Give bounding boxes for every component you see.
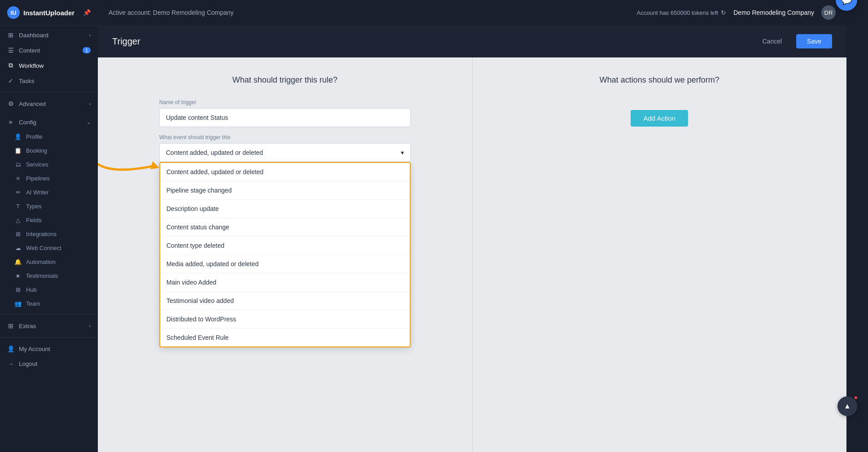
- automation-icon: 🔔: [14, 259, 22, 265]
- sidebar-item-services[interactable]: 🗂 Services: [0, 158, 98, 171]
- trigger-type-field: What event should trigger this Content a…: [159, 134, 411, 162]
- sidebar-item-dashboard[interactable]: ⊞ Dashboard ›: [0, 27, 98, 43]
- sub-item-label: Automation: [26, 259, 56, 265]
- arrow-annotation: [98, 143, 164, 190]
- sidebar-item-extras[interactable]: ⊞ Extras ›: [0, 318, 98, 334]
- sub-item-label: Types: [26, 203, 42, 210]
- services-icon: 🗂: [14, 161, 22, 168]
- workflow-icon: ⧉: [7, 62, 14, 69]
- sub-item-label: Profile: [26, 133, 43, 140]
- ai-writer-icon: ✏: [14, 189, 22, 196]
- topbar-title: Active account: Demo Remodeling Company: [109, 9, 234, 16]
- save-button[interactable]: Save: [796, 34, 832, 48]
- dropdown-item-content-status[interactable]: Content status change: [160, 218, 410, 237]
- logout-icon: →: [7, 360, 14, 367]
- sidebar-item-testimonials[interactable]: ★ Testimonials: [0, 269, 98, 283]
- dashboard-icon: ⊞: [7, 31, 14, 39]
- pipelines-icon: ≡: [14, 175, 22, 182]
- right-panel: What actions should we perform? Add Acti…: [472, 57, 847, 452]
- sub-item-label: Team: [26, 300, 40, 307]
- sub-item-label: Pipelines: [26, 175, 50, 182]
- sub-item-label: Booking: [26, 147, 47, 154]
- types-icon: T: [14, 203, 22, 210]
- sidebar-item-my-account[interactable]: 👤 My Account: [0, 341, 98, 356]
- sidebar-item-content[interactable]: ☰ Content 1: [0, 43, 98, 58]
- divider-3: [0, 337, 98, 338]
- scroll-top-icon: ▲: [844, 402, 851, 410]
- topbar-right: Account has 650000 tokens left ↻ Demo Re…: [637, 5, 836, 20]
- trigger-type-select[interactable]: Content added, updated or deleted ▾ Cont…: [159, 143, 411, 162]
- dropdown-item-main-video[interactable]: Main video Added: [160, 273, 410, 292]
- sidebar-item-booking[interactable]: 📋 Booking: [0, 144, 98, 158]
- content-icon: ☰: [7, 47, 14, 54]
- selected-option-text: Content added, updated or deleted: [166, 149, 263, 156]
- sidebar-item-advanced[interactable]: ⚙ Advanced ›: [0, 96, 98, 111]
- pin-icon[interactable]: 📌: [83, 9, 91, 16]
- extras-section: ⊞ Extras ›: [0, 316, 98, 335]
- sub-item-label: AI Writer: [26, 189, 48, 196]
- name-input[interactable]: [159, 108, 411, 127]
- web-connect-icon: ☁: [14, 245, 22, 251]
- sidebar-item-hub[interactable]: ⊞ Hub: [0, 283, 98, 297]
- refresh-icon[interactable]: ↻: [721, 9, 726, 16]
- chevron-icon: ›: [89, 323, 91, 329]
- add-action-button[interactable]: Add Action: [631, 110, 688, 127]
- content-area: Trigger Cancel Save What should trigger …: [98, 25, 846, 452]
- scroll-top-button[interactable]: ▲: [837, 396, 857, 416]
- divider: [0, 92, 98, 92]
- token-info: Account has 650000 tokens left ↻: [637, 9, 726, 16]
- divider-2: [0, 314, 98, 315]
- dropdown-item-pipeline-stage[interactable]: Pipeline stage changed: [160, 181, 410, 200]
- sidebar-item-logout[interactable]: → Logout: [0, 356, 98, 371]
- sidebar-logo[interactable]: IU InstantUploader: [7, 6, 75, 19]
- svg-marker-0: [150, 161, 159, 169]
- sidebar-item-profile[interactable]: 👤 Profile: [0, 130, 98, 144]
- dropdown-item-scheduled-event[interactable]: Scheduled Event Rule: [160, 329, 410, 347]
- sidebar-item-integrations[interactable]: ⊞ Integrations: [0, 227, 98, 241]
- sidebar-item-label: Extras: [19, 323, 84, 329]
- name-label: Name of trigger: [159, 99, 411, 105]
- sub-item-label: Hub: [26, 286, 37, 293]
- sidebar-item-web-connect[interactable]: ☁ Web Connect: [0, 241, 98, 255]
- sidebar-item-fields[interactable]: △ Fields: [0, 213, 98, 227]
- sidebar-item-label: My Account: [19, 346, 91, 352]
- chat-icon: 💬: [841, 0, 852, 5]
- sidebar-item-config[interactable]: ≡ Config ⌄: [0, 115, 98, 130]
- fields-icon: △: [14, 217, 22, 224]
- sidebar-item-automation[interactable]: 🔔 Automation: [0, 255, 98, 269]
- logo-icon: IU: [7, 6, 20, 19]
- select-display[interactable]: Content added, updated or deleted ▾: [159, 143, 411, 162]
- dropdown-item-testimonial-video[interactable]: Testimonial video added: [160, 292, 410, 310]
- sidebar-item-types[interactable]: T Types: [0, 199, 98, 213]
- dropdown-item-description-update[interactable]: Description update: [160, 200, 410, 218]
- dropdown-item-media-added[interactable]: Media added, updated or deleted: [160, 255, 410, 273]
- testimonials-icon: ★: [14, 272, 22, 279]
- sidebar-item-workflow[interactable]: ⧉ Workflow: [0, 58, 98, 73]
- dropdown-item-distributed-wp[interactable]: Distributed to WordPress: [160, 310, 410, 329]
- tasks-icon: ✓: [7, 77, 14, 84]
- team-icon: 👥: [14, 300, 22, 307]
- extras-icon: ⊞: [7, 322, 14, 329]
- sidebar-item-label: Config: [19, 119, 82, 126]
- sidebar-item-team[interactable]: 👥 Team: [0, 297, 98, 311]
- topbar: Active account: Demo Remodeling Company …: [98, 0, 846, 25]
- right-panel-heading: What actions should we perform?: [600, 75, 719, 85]
- trigger-actions: Cancel Save: [753, 34, 832, 48]
- dropdown-item-content-added[interactable]: Content added, updated or deleted: [160, 163, 410, 181]
- hub-icon: ⊞: [14, 286, 22, 293]
- app-name: InstantUploader: [23, 9, 75, 17]
- left-panel-heading: What should trigger this rule?: [232, 75, 338, 85]
- sidebar-item-pipelines[interactable]: ≡ Pipelines: [0, 171, 98, 185]
- sub-item-label: Testimonials: [26, 272, 58, 279]
- notification-dot: [854, 395, 858, 400]
- sidebar-item-tasks[interactable]: ✓ Tasks: [0, 73, 98, 88]
- sidebar-item-label: Dashboard: [19, 32, 84, 39]
- bottom-nav: 👤 My Account → Logout: [0, 339, 98, 373]
- my-account-icon: 👤: [7, 345, 14, 352]
- dropdown-item-content-type-deleted[interactable]: Content type deleted: [160, 237, 410, 255]
- avatar: DR: [821, 5, 836, 20]
- chevron-icon: ›: [89, 101, 91, 106]
- cancel-button[interactable]: Cancel: [753, 34, 791, 48]
- profile-icon: 👤: [14, 133, 22, 140]
- sidebar-item-ai-writer[interactable]: ✏ AI Writer: [0, 185, 98, 199]
